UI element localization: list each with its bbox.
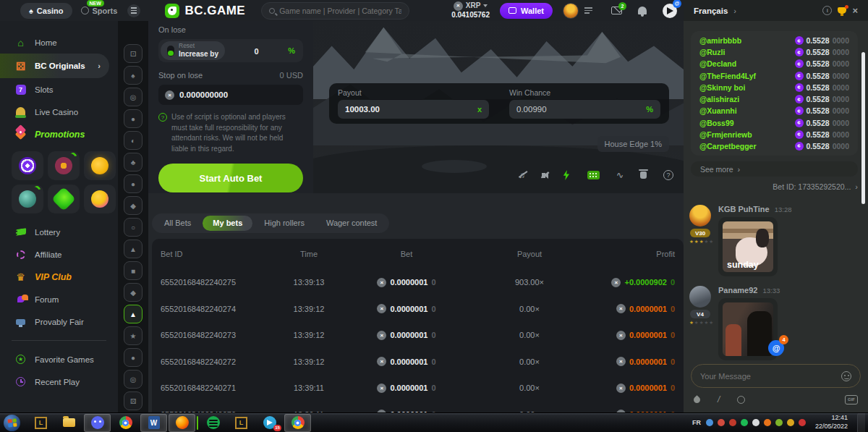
emoji-icon[interactable]	[841, 371, 851, 381]
logo[interactable]: BC.GAME	[165, 4, 245, 18]
user-avatar[interactable]	[563, 3, 579, 19]
win-chance-input[interactable]	[516, 105, 618, 114]
chat-input-box[interactable]	[691, 364, 861, 388]
stop-on-lose-field[interactable]: ×	[158, 85, 303, 105]
tab-my-bets[interactable]: My bets	[203, 216, 252, 231]
taskbar-item-telegram[interactable]: 15	[256, 414, 283, 432]
trophy-icon[interactable]	[838, 7, 846, 14]
game-strip-item[interactable]: ■	[124, 261, 142, 280]
username[interactable]: @Frmjenriewb	[699, 130, 752, 139]
game-strip-item[interactable]: ♠	[124, 66, 142, 85]
tray-volume-icon[interactable]	[752, 419, 760, 426]
taskbar-item-discord[interactable]	[84, 414, 111, 432]
game-strip-item[interactable]: ♣	[124, 153, 142, 171]
username[interactable]: @Xuannhi	[699, 106, 737, 115]
avatar[interactable]	[689, 286, 711, 308]
chat-language[interactable]: Français	[694, 7, 728, 15]
sidebar-item-favorite-games[interactable]: ★ Favorite Games	[0, 348, 118, 370]
reset-increase-toggle[interactable]: Reset Increase by	[161, 41, 225, 60]
tray-alert-icon[interactable]	[799, 419, 806, 426]
rain-icon[interactable]	[692, 395, 702, 405]
game-strip-item[interactable]: ▲	[124, 240, 142, 258]
game-search[interactable]	[261, 2, 409, 20]
casino-toggle[interactable]: ♠ Casino	[20, 3, 72, 19]
coin-drop-icon[interactable]	[737, 396, 745, 404]
taskbar-item-chrome-2[interactable]	[284, 414, 311, 432]
promo-tile-coins[interactable]	[84, 185, 116, 213]
promo-tile-deals[interactable]	[48, 185, 80, 213]
username[interactable]: @Skinny boi	[699, 83, 745, 92]
username[interactable]: @Boss99	[699, 119, 734, 127]
list-item[interactable]: @TheFiend4Lyf¢0.55280000	[699, 70, 849, 82]
chat-scrollbar[interactable]	[861, 52, 865, 204]
game-strip-item[interactable]: ◎	[124, 88, 142, 106]
game-strip-item-active[interactable]: ▲	[124, 305, 142, 323]
game-strip-item[interactable]: ●	[124, 109, 142, 128]
list-item[interactable]: @alishirazi¢0.55280000	[699, 93, 849, 105]
hotkeys-icon[interactable]	[587, 171, 600, 179]
table-row[interactable]: 65520168482240272 13:39:12 ×0.00000010 0…	[161, 349, 675, 376]
more-menu-button[interactable]	[127, 4, 140, 17]
music-muted-icon[interactable]: ♫	[519, 170, 525, 180]
tab-all-bets[interactable]: All Bets	[154, 216, 201, 231]
tab-high-rollers[interactable]: High rollers	[254, 216, 315, 231]
taskbar-item-spotify[interactable]	[200, 414, 226, 432]
mention-button[interactable]: @ 4	[768, 340, 784, 356]
avatar[interactable]	[689, 205, 711, 226]
tray-discord-icon[interactable]	[718, 419, 725, 426]
gif-picker-icon[interactable]: GIF	[845, 395, 858, 405]
sidebar-item-promotions[interactable]: Promotions	[0, 123, 118, 145]
game-strip-item[interactable]: ★	[124, 326, 142, 345]
table-row[interactable]: 65520168482240274 13:39:12 ×0.00000010 0…	[161, 296, 675, 323]
tab-wager-contest[interactable]: Wager contest	[316, 216, 388, 231]
clear-icon[interactable]	[640, 171, 647, 179]
start-auto-bet-button[interactable]: Start Auto Bet	[158, 164, 303, 192]
message-username[interactable]: Paname92	[718, 286, 757, 295]
game-strip-item[interactable]: ◆	[124, 283, 142, 302]
list-item[interactable]: @Frmjenriewb¢0.55280000	[699, 129, 849, 140]
taskbar-item-firefox[interactable]	[169, 414, 195, 432]
list-item[interactable]: @Xuannhi¢0.55280000	[699, 105, 849, 117]
game-strip-item[interactable]: ◐	[124, 131, 142, 150]
on-lose-value-input[interactable]	[242, 47, 271, 56]
sidebar-item-forum[interactable]: Forum	[0, 288, 118, 310]
reset-option[interactable]: Reset	[179, 43, 218, 50]
promo-tile-piggy[interactable]	[84, 151, 116, 180]
list-item[interactable]: @amirbbbb¢0.55280000	[699, 35, 849, 46]
balance-selector[interactable]: × XRP 0.04105762	[451, 1, 490, 20]
message-input[interactable]	[700, 372, 841, 381]
see-more-button[interactable]: See more ›	[691, 161, 858, 177]
list-item[interactable]: @Boss99¢0.55280000	[699, 117, 849, 129]
sidebar-item-lottery[interactable]: Lottery	[0, 221, 118, 243]
wallet-button[interactable]: Wallet	[500, 3, 553, 19]
sidebar-item-slots[interactable]: 7 Slots	[0, 78, 118, 101]
username[interactable]: @Carpetbegger	[699, 142, 757, 151]
table-row[interactable]: 65520168482240273 13:39:12 ×0.00000010 0…	[161, 322, 675, 349]
game-strip-item[interactable]: ●	[124, 348, 142, 367]
game-strip-item[interactable]: ⚀	[124, 44, 142, 63]
chat-rules-icon[interactable]: i	[822, 6, 832, 15]
username[interactable]: @amirbbbb	[699, 36, 741, 45]
list-item[interactable]: @Skinny boi¢0.55280000	[699, 82, 849, 93]
sidebar-item-live-casino[interactable]: Live Casino	[0, 101, 118, 123]
tray-media-icon[interactable]	[729, 419, 736, 426]
chevron-right-icon[interactable]: ›	[733, 7, 736, 15]
payout-field[interactable]: x	[338, 100, 489, 119]
search-input[interactable]	[279, 7, 401, 15]
game-strip-item[interactable]: ○	[124, 218, 142, 237]
table-row[interactable]: 65520168482240275 13:39:13 ×0.00000010 9…	[161, 269, 675, 296]
table-row[interactable]: 65520168482240271 13:39:11 ×0.00000010 0…	[161, 375, 675, 402]
sidebar-item-home[interactable]: ⌂ Home	[0, 31, 118, 54]
taskbar-item-lol[interactable]: L	[27, 414, 54, 432]
commands-icon[interactable]: /	[718, 394, 720, 405]
tray-network-icon[interactable]	[706, 419, 713, 426]
sidebar-item-recent-play[interactable]: Recent Play	[0, 370, 118, 393]
taskbar-item-word[interactable]: W	[140, 414, 167, 432]
chat-toggle-icon[interactable]: @	[663, 4, 677, 18]
sidebar-item-provably-fair[interactable]: Provably Fair	[0, 310, 118, 333]
tray-clock[interactable]: 12:41 22/05/2022	[815, 414, 848, 431]
win-chance-field[interactable]: %	[509, 100, 660, 119]
tray-spotify-icon[interactable]	[741, 419, 748, 426]
tray-updates-icon[interactable]	[787, 419, 794, 426]
list-item[interactable]: @Ruzli¢0.55280000	[699, 46, 849, 58]
